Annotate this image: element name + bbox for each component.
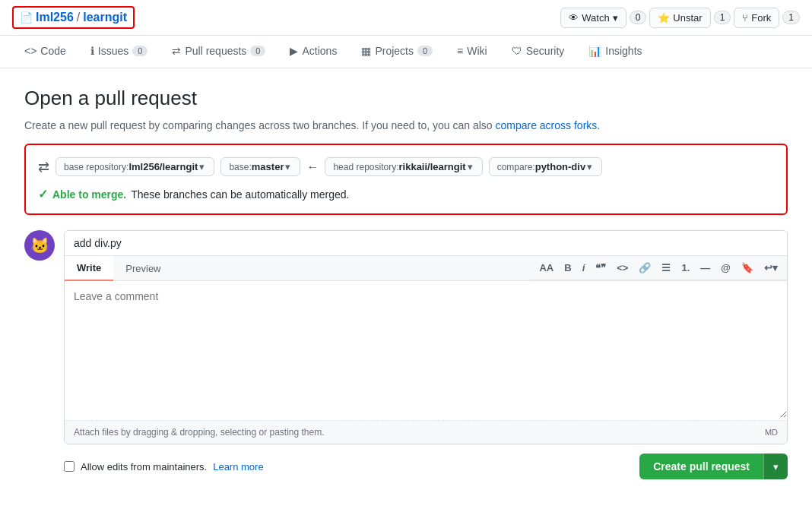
- merge-description: These branches can be automatically merg…: [131, 188, 349, 201]
- page-description: Create a new pull request by comparing c…: [24, 119, 788, 131]
- tab-security-label: Security: [526, 45, 565, 57]
- repo-icon: 📄: [20, 11, 33, 24]
- quote-button[interactable]: ❝❞: [592, 261, 609, 275]
- unordered-list-button[interactable]: ☰: [658, 261, 674, 275]
- base-branch-chevron: ▾: [285, 161, 290, 172]
- avatar-image: 🐱: [30, 236, 49, 254]
- code-icon: <>: [24, 45, 36, 57]
- markdown-icon: MD: [765, 428, 778, 437]
- compare-branches-icon: ⇄: [38, 159, 49, 175]
- tab-wiki-label: Wiki: [467, 45, 487, 57]
- compare-forks-link[interactable]: compare across forks.: [495, 119, 600, 131]
- pr-icon: ⇄: [172, 45, 181, 57]
- tab-security[interactable]: 🛡 Security: [500, 36, 577, 68]
- fork-label: Fork: [751, 12, 771, 24]
- editor-tabs: Write Preview AA B i ❝❞ <> 🔗 ☰ 1. — @ 🔖 …: [65, 256, 787, 281]
- repo-owner-link[interactable]: lml256: [36, 11, 74, 24]
- fork-icon: ⑂: [742, 12, 748, 24]
- tab-insights[interactable]: 📊 Insights: [576, 36, 654, 68]
- base-repo-value: lml256/learngit: [128, 161, 198, 172]
- issues-badge: 0: [132, 46, 147, 56]
- chevron-down-icon: ▾: [773, 461, 779, 473]
- link-button[interactable]: 🔗: [636, 261, 654, 275]
- tab-actions[interactable]: ▶ Actions: [278, 36, 349, 68]
- head-repo-value: rikkaii/learngit: [399, 161, 466, 172]
- insights-icon: 📊: [588, 45, 601, 57]
- head-repo-chevron: ▾: [468, 161, 473, 172]
- watch-label: Watch: [582, 12, 609, 24]
- head-repo-select[interactable]: head repository: rikkaii/learngit ▾: [325, 157, 482, 176]
- editor-toolbar: AA B i ❝❞ <> 🔗 ☰ 1. — @ 🔖 ↩▾: [530, 256, 787, 280]
- tab-actions-label: Actions: [302, 45, 337, 57]
- repo-title: 📄 lml256 / learngit: [12, 6, 135, 29]
- star-icon: ⭐: [658, 12, 670, 24]
- tab-issues[interactable]: ℹ Issues 0: [78, 36, 160, 68]
- projects-icon: ▦: [361, 45, 371, 57]
- base-repo-chevron: ▾: [199, 161, 205, 172]
- tab-projects[interactable]: ▦ Projects 0: [349, 36, 445, 68]
- mention-button[interactable]: @: [718, 261, 734, 275]
- create-pull-request-button[interactable]: Create pull request: [639, 454, 763, 479]
- preview-tab[interactable]: Preview: [113, 256, 173, 280]
- page-title: Open a pull request: [24, 87, 788, 110]
- compare-row: ⇄ base repository: lml256/learngit ▾ bas…: [38, 157, 774, 176]
- code-button[interactable]: <>: [614, 261, 631, 275]
- compare-branch-chevron: ▾: [587, 161, 592, 172]
- watch-button[interactable]: 👁 Watch ▾: [560, 8, 626, 28]
- bold-button[interactable]: B: [561, 261, 574, 275]
- merge-status: ✓ Able to merge. These branches can be a…: [38, 187, 774, 201]
- fork-button[interactable]: ⑂ Fork: [734, 8, 779, 28]
- info-icon: ℹ: [90, 45, 94, 57]
- tab-code-label: Code: [40, 45, 65, 57]
- merge-label: Able to merge.: [52, 188, 126, 201]
- user-avatar: 🐱: [24, 230, 55, 261]
- star-count: 1: [714, 11, 731, 24]
- wiki-icon: ≡: [457, 45, 463, 57]
- maintainer-checkbox-label[interactable]: Allow edits from maintainers. Learn more: [64, 461, 264, 473]
- learn-more-link[interactable]: Learn more: [213, 461, 263, 473]
- top-actions: 👁 Watch ▾ 0 ⭐ Unstar 1 ⑂ Fork 1: [560, 8, 800, 28]
- actions-icon: ▶: [290, 45, 298, 57]
- file-attach-text: Attach files by dragging & dropping, sel…: [74, 427, 325, 438]
- unstar-button[interactable]: ⭐ Unstar: [649, 8, 710, 28]
- reply-button[interactable]: ↩▾: [761, 261, 781, 275]
- shield-icon: 🛡: [512, 45, 522, 57]
- reference-button[interactable]: 🔖: [738, 261, 756, 275]
- tab-insights-label: Insights: [605, 45, 642, 57]
- projects-badge: 0: [417, 46, 433, 56]
- checkbox-text: Allow edits from maintainers.: [81, 461, 207, 473]
- base-branch-value: master: [252, 161, 284, 172]
- maintainer-checkbox[interactable]: [64, 461, 75, 472]
- fork-count: 1: [782, 11, 800, 24]
- file-attach-area: Attach files by dragging & dropping, sel…: [65, 420, 787, 444]
- arrow-left-icon: ←: [306, 160, 319, 174]
- unstar-label: Unstar: [673, 12, 702, 24]
- task-list-button[interactable]: —: [697, 261, 713, 275]
- italic-button[interactable]: i: [579, 261, 588, 275]
- tab-projects-label: Projects: [375, 45, 414, 57]
- compare-box: ⇄ base repository: lml256/learngit ▾ bas…: [24, 144, 788, 215]
- pr-form-area: 🐱 Write Preview AA B i ❝❞ <> 🔗 ☰ 1. —: [24, 230, 788, 444]
- tab-code[interactable]: <> Code: [12, 36, 78, 68]
- tab-pull-requests[interactable]: ⇄ Pull requests 0: [160, 36, 278, 68]
- base-repo-select[interactable]: base repository: lml256/learngit ▾: [56, 157, 214, 176]
- create-pr-dropdown-button[interactable]: ▾: [763, 454, 788, 479]
- compare-branch-select[interactable]: compare: python-div ▾: [489, 157, 602, 176]
- text-size-button[interactable]: AA: [536, 261, 557, 275]
- repo-name-link[interactable]: learngit: [83, 11, 127, 24]
- ordered-list-button[interactable]: 1.: [678, 261, 693, 275]
- eye-icon: 👁: [569, 12, 579, 24]
- tab-issues-label: Issues: [98, 45, 128, 57]
- comment-textarea[interactable]: [65, 281, 787, 418]
- pr-title-input[interactable]: [65, 231, 787, 256]
- write-tab[interactable]: Write: [65, 256, 113, 281]
- compare-branch-value: python-div: [535, 161, 585, 172]
- tab-wiki[interactable]: ≡ Wiki: [445, 36, 500, 68]
- repo-separator: /: [77, 11, 80, 24]
- tab-pr-label: Pull requests: [185, 45, 246, 57]
- pr-badge: 0: [250, 46, 265, 56]
- watch-count: 0: [630, 11, 647, 24]
- submit-group: Create pull request ▾: [639, 454, 788, 479]
- base-branch-select[interactable]: base: master ▾: [220, 157, 300, 176]
- form-footer: Allow edits from maintainers. Learn more…: [64, 454, 788, 479]
